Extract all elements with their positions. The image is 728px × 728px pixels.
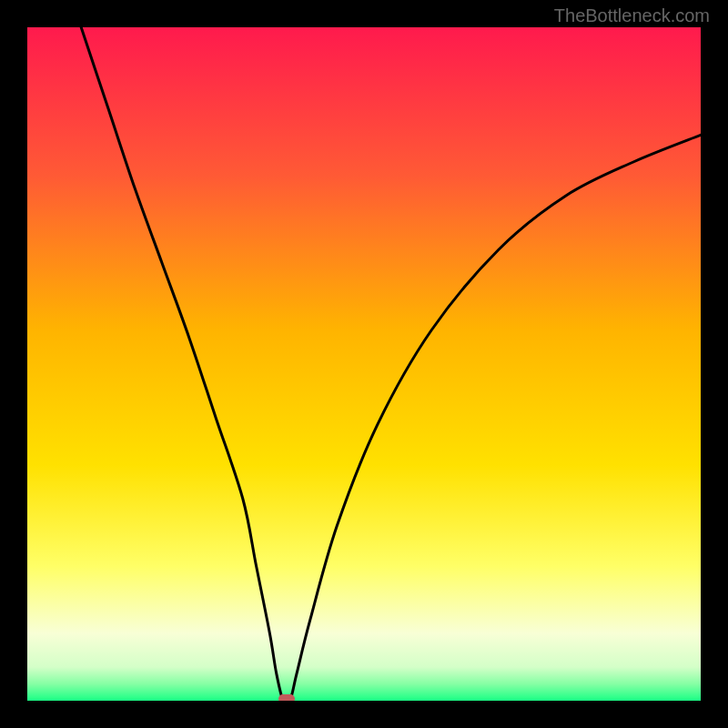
- bottleneck-curve: [27, 27, 701, 701]
- plot-area: [27, 27, 701, 701]
- chart-frame: TheBottleneck.com: [0, 0, 728, 728]
- optimal-marker: [278, 694, 295, 701]
- watermark-text: TheBottleneck.com: [554, 5, 710, 26]
